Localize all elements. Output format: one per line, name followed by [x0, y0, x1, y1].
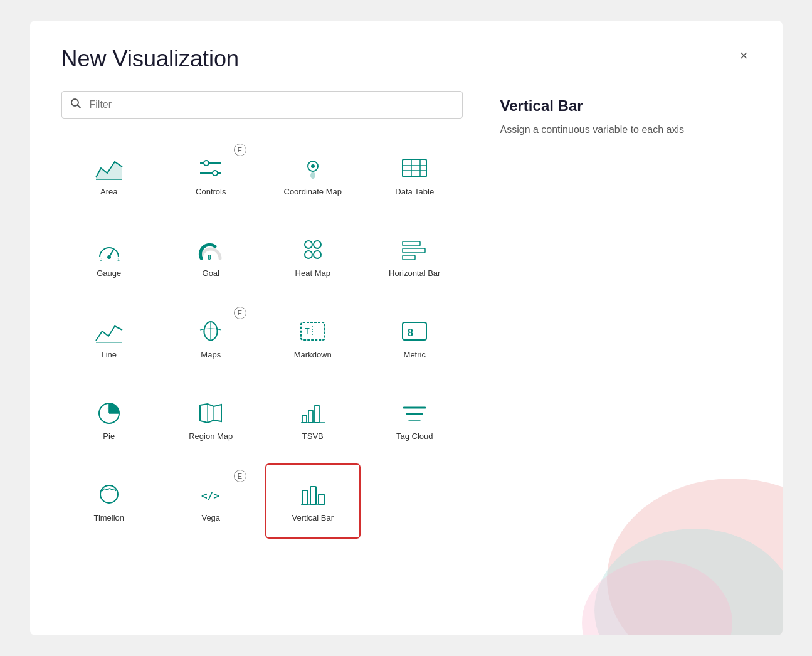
data-table-label: Data Table [395, 187, 434, 198]
vega-label: Vega [201, 513, 220, 524]
tag-cloud-icon [400, 400, 429, 425]
viz-item-tsvb[interactable]: TSVB [265, 382, 361, 457]
filter-wrap [61, 91, 463, 119]
tsvb-icon [298, 400, 327, 425]
svg-rect-48 [310, 487, 316, 504]
tsvb-label: TSVB [302, 431, 324, 442]
viz-item-heat-map[interactable]: Heat Map [265, 219, 361, 294]
badge-maps: E [234, 307, 246, 319]
vertical-bar-label: Vertical Bar [292, 513, 334, 524]
viz-item-markdown[interactable]: TMarkdown [265, 300, 361, 376]
viz-item-gauge[interactable]: 01Gauge [61, 219, 157, 294]
svg-rect-39 [308, 410, 313, 423]
viz-item-line[interactable]: Line [61, 300, 157, 376]
coordinate-map-icon [298, 156, 327, 181]
search-icon [70, 98, 82, 112]
svg-text:8: 8 [208, 254, 211, 261]
vertical-bar-icon [298, 482, 327, 507]
vega-icon: </> [196, 482, 225, 507]
horizontal-bar-label: Horizontal Bar [389, 268, 440, 279]
svg-rect-40 [315, 405, 319, 423]
svg-rect-24 [403, 248, 425, 253]
svg-text:8: 8 [408, 327, 413, 338]
viz-item-area[interactable]: Area [61, 137, 157, 213]
viz-item-pie[interactable]: Pie [61, 382, 157, 457]
svg-point-19 [305, 241, 312, 248]
svg-point-7 [213, 171, 218, 176]
filter-input[interactable] [61, 91, 463, 119]
metric-icon: 8 [400, 319, 429, 344]
svg-rect-23 [403, 241, 420, 246]
heat-map-label: Heat Map [295, 268, 330, 279]
svg-point-9 [311, 164, 315, 168]
svg-text:1: 1 [117, 257, 120, 262]
viz-item-region-map[interactable]: Region Map [163, 382, 259, 457]
modal-header: New Visualization × [61, 46, 751, 72]
svg-rect-31 [403, 322, 426, 340]
svg-rect-10 [403, 159, 426, 177]
viz-item-metric[interactable]: 8Metric [367, 300, 463, 376]
svg-text:</>: </> [201, 490, 219, 502]
tag-cloud-label: Tag Cloud [396, 431, 433, 442]
svg-text:T: T [305, 326, 310, 336]
data-table-icon [400, 156, 429, 181]
line-label: Line [101, 350, 117, 361]
viz-item-tag-cloud[interactable]: Tag Cloud [367, 382, 463, 457]
svg-point-21 [305, 251, 312, 258]
new-visualization-modal: New Visualization × AreaEControlsCoordin… [30, 21, 783, 635]
region-map-icon [196, 400, 225, 425]
modal-body: AreaEControlsCoordinate MapData Table01G… [61, 91, 751, 610]
svg-rect-47 [302, 490, 308, 504]
area-label: Area [100, 187, 117, 198]
svg-point-15 [107, 255, 111, 259]
controls-icon [196, 156, 225, 181]
gauge-label: Gauge [97, 268, 121, 279]
line-icon [95, 319, 124, 344]
gauge-icon: 01 [95, 237, 124, 262]
markdown-icon: T [298, 319, 327, 344]
close-button[interactable]: × [737, 46, 751, 66]
area-icon [95, 156, 124, 181]
selected-viz-title: Vertical Bar [500, 97, 751, 115]
heat-map-icon [298, 237, 327, 262]
svg-rect-38 [302, 415, 307, 423]
badge-controls: E [234, 144, 246, 156]
markdown-label: Markdown [294, 350, 332, 361]
viz-item-vertical-bar[interactable]: Vertical Bar [265, 463, 361, 539]
right-panel: Vertical Bar Assign a continuous variabl… [500, 91, 751, 610]
selected-viz-description: Assign a continuous variable to each axi… [500, 122, 751, 137]
viz-item-controls[interactable]: EControls [163, 137, 259, 213]
goal-label: Goal [203, 268, 219, 279]
pie-label: Pie [103, 431, 115, 442]
viz-item-horizontal-bar[interactable]: Horizontal Bar [367, 219, 463, 294]
viz-item-timelion[interactable]: Timelion [61, 463, 157, 539]
coordinate-map-label: Coordinate Map [284, 187, 342, 198]
svg-rect-25 [403, 255, 415, 260]
maps-icon [196, 319, 225, 344]
svg-marker-2 [96, 162, 122, 179]
left-panel: AreaEControlsCoordinate MapData Table01G… [61, 91, 463, 610]
controls-label: Controls [196, 187, 226, 198]
viz-item-coordinate-map[interactable]: Coordinate Map [265, 137, 361, 213]
svg-point-22 [314, 251, 321, 258]
svg-point-20 [314, 241, 321, 248]
viz-item-goal[interactable]: 8Goal [163, 219, 259, 294]
modal-title: New Visualization [61, 46, 239, 72]
metric-label: Metric [404, 350, 426, 361]
badge-vega: E [234, 470, 246, 482]
viz-item-maps[interactable]: EMaps [163, 300, 259, 376]
horizontal-bar-icon [400, 237, 429, 262]
goal-icon: 8 [196, 237, 225, 262]
timelion-icon [95, 482, 124, 507]
timelion-label: Timelion [93, 513, 124, 524]
region-map-label: Region Map [189, 431, 233, 442]
maps-label: Maps [201, 350, 221, 361]
svg-text:0: 0 [100, 257, 102, 262]
svg-point-45 [100, 485, 118, 503]
viz-item-vega[interactable]: E</>Vega [163, 463, 259, 539]
viz-item-data-table[interactable]: Data Table [367, 137, 463, 213]
svg-line-1 [77, 105, 80, 108]
svg-point-5 [204, 161, 209, 166]
svg-rect-49 [319, 494, 324, 504]
pie-icon [95, 400, 124, 425]
